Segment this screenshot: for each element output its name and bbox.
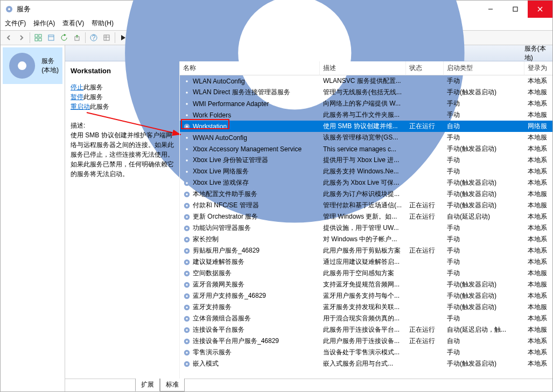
menu-action[interactable]: 操作(A): [33, 19, 55, 28]
service-logon-cell[interactable]: 本地服: [524, 87, 552, 98]
service-logon-cell[interactable]: 本地系: [524, 313, 552, 324]
service-name-cell[interactable]: Work Folders: [180, 109, 320, 121]
service-name-cell[interactable]: Xbox Accessory Management Service: [180, 143, 320, 155]
service-desc-cell[interactable]: 通过应用建议疑难解答启...: [320, 256, 406, 268]
service-name-cell[interactable]: 零售演示服务: [180, 347, 320, 358]
service-startup-cell[interactable]: 手动(触发器启动): [444, 302, 524, 313]
back-button[interactable]: [3, 32, 15, 44]
service-logon-cell[interactable]: 本地系: [524, 177, 552, 188]
service-startup-cell[interactable]: 手动(触发器启动): [444, 188, 524, 200]
service-desc-cell[interactable]: 当设备处于零售演示模式...: [320, 347, 406, 358]
service-startup-cell[interactable]: 手动: [444, 256, 524, 268]
service-startup-cell[interactable]: 手动: [444, 313, 524, 324]
service-desc-cell[interactable]: 管理付款和基于近场通信(...: [320, 200, 406, 211]
service-name-cell[interactable]: 剪贴板用户服务_46829: [180, 245, 320, 256]
tree-root-services[interactable]: 服务(本地): [3, 47, 62, 84]
service-name-cell[interactable]: 蓝牙用户支持服务_46829: [180, 290, 320, 302]
service-name-cell[interactable]: 连接设备平台服务: [180, 324, 320, 335]
service-startup-cell[interactable]: 自动: [444, 335, 524, 347]
service-status-cell[interactable]: [406, 98, 444, 109]
service-status-cell[interactable]: [406, 109, 444, 121]
menu-file[interactable]: 文件(F): [5, 19, 26, 28]
service-logon-cell[interactable]: 本地系: [524, 155, 552, 166]
service-desc-cell[interactable]: 此服务为订户标识模块提...: [320, 188, 406, 200]
service-desc-cell[interactable]: 对 Windows 中的子帐户...: [320, 234, 406, 245]
service-desc-cell[interactable]: 此服务将与工作文件夹服...: [320, 109, 406, 121]
stop-link[interactable]: 停止: [71, 83, 83, 91]
col-name[interactable]: 名称: [180, 61, 320, 75]
service-desc-cell[interactable]: 提供设施，用于管理 UW...: [320, 222, 406, 234]
service-desc-cell[interactable]: 嵌入式服务启用与台式...: [320, 358, 406, 369]
service-list[interactable]: 名称 描述 状态 启动类型 登录为 WLAN AutoConfigWLANSVC…: [179, 61, 552, 379]
tab-standard[interactable]: 标准: [160, 379, 185, 391]
service-name-cell[interactable]: Xbox Live 网络服务: [180, 166, 320, 177]
service-name-cell[interactable]: Xbox Live 身份验证管理器: [180, 155, 320, 166]
service-startup-cell[interactable]: 手动(触发器启动): [444, 290, 524, 302]
service-status-cell[interactable]: [406, 143, 444, 155]
service-name-cell[interactable]: 蓝牙音频网关服务: [180, 279, 320, 290]
service-logon-cell[interactable]: 本地系: [524, 98, 552, 109]
service-desc-cell[interactable]: 此服务支持 Windows.Ne...: [320, 166, 406, 177]
service-logon-cell[interactable]: 本地服: [524, 188, 552, 200]
service-status-cell[interactable]: [406, 75, 444, 87]
service-status-cell[interactable]: [406, 188, 444, 200]
service-startup-cell[interactable]: 手动(触发器启动): [444, 200, 524, 211]
service-logon-cell[interactable]: 本地服: [524, 132, 552, 143]
service-name-cell[interactable]: 立体音频组合器服务: [180, 313, 320, 324]
service-logon-cell[interactable]: 本地系: [524, 290, 552, 302]
service-logon-cell[interactable]: 本地系: [524, 143, 552, 155]
col-logon[interactable]: 登录为: [524, 61, 552, 75]
service-startup-cell[interactable]: 自动(延迟启动，触...: [444, 324, 524, 335]
service-name-cell[interactable]: 本地配置文件助手服务: [180, 188, 320, 200]
service-status-cell[interactable]: [406, 268, 444, 279]
service-startup-cell[interactable]: 自动(延迟启动): [444, 211, 524, 222]
service-status-cell[interactable]: [406, 279, 444, 290]
service-status-cell[interactable]: [406, 302, 444, 313]
service-status-cell[interactable]: [406, 347, 444, 358]
service-status-cell[interactable]: [406, 87, 444, 98]
service-logon-cell[interactable]: 本地系: [524, 347, 552, 358]
restart-link[interactable]: 重启动: [71, 103, 90, 110]
service-startup-cell[interactable]: 手动(触发器启动): [444, 143, 524, 155]
service-status-cell[interactable]: [406, 234, 444, 245]
col-description[interactable]: 描述: [320, 61, 406, 75]
service-startup-cell[interactable]: 手动: [444, 109, 524, 121]
service-desc-cell[interactable]: 提供用于与 Xbox Live 进...: [320, 155, 406, 166]
service-status-cell[interactable]: 正在运行: [406, 245, 444, 256]
service-logon-cell[interactable]: 本地系: [524, 256, 552, 268]
service-logon-cell[interactable]: 本地系: [524, 335, 552, 347]
grid-button[interactable]: [32, 32, 44, 44]
service-name-cell[interactable]: WWAN AutoConfig: [180, 132, 320, 143]
service-name-cell[interactable]: 付款和 NFC/SE 管理器: [180, 200, 320, 211]
service-desc-cell[interactable]: 此用户服务用于剪贴板方案: [320, 245, 406, 256]
service-name-cell[interactable]: 建议疑难解答服务: [180, 256, 320, 268]
service-desc-cell[interactable]: 该服务管理移动宽带(GS...: [320, 132, 406, 143]
service-desc-cell[interactable]: 向网络上的客户端提供 W...: [320, 98, 406, 109]
service-logon-cell[interactable]: 本地系: [524, 358, 552, 369]
service-startup-cell[interactable]: 手动: [444, 234, 524, 245]
service-startup-cell[interactable]: 自动: [444, 121, 524, 132]
service-status-cell[interactable]: 正在运行: [406, 324, 444, 335]
service-status-cell[interactable]: 正在运行: [406, 211, 444, 222]
service-desc-cell[interactable]: WLANSVC 服务提供配置...: [320, 75, 406, 87]
service-desc-cell[interactable]: 用于混合现实音频仿真的...: [320, 313, 406, 324]
service-startup-cell[interactable]: 手动: [444, 245, 524, 256]
service-desc-cell[interactable]: 管理 Windows 更新。如...: [320, 211, 406, 222]
service-logon-cell[interactable]: 本地服: [524, 279, 552, 290]
col-startup[interactable]: 启动类型: [444, 61, 524, 75]
service-status-cell[interactable]: [406, 166, 444, 177]
service-name-cell[interactable]: 嵌入模式: [180, 358, 320, 369]
col-status[interactable]: 状态: [406, 61, 444, 75]
service-startup-cell[interactable]: 手动(触发器启动): [444, 358, 524, 369]
service-status-cell[interactable]: [406, 256, 444, 268]
service-status-cell[interactable]: 正在运行: [406, 121, 444, 132]
service-startup-cell[interactable]: 手动: [444, 155, 524, 166]
service-logon-cell[interactable]: 本地系: [524, 211, 552, 222]
service-desc-cell[interactable]: 使用 SMB 协议创建并维...: [320, 121, 406, 132]
service-logon-cell[interactable]: 本地系: [524, 234, 552, 245]
service-startup-cell[interactable]: 手动: [444, 98, 524, 109]
service-name-cell[interactable]: 空间数据服务: [180, 268, 320, 279]
service-status-cell[interactable]: [406, 222, 444, 234]
service-logon-cell[interactable]: 本地服: [524, 302, 552, 313]
service-logon-cell[interactable]: 本地服: [524, 109, 552, 121]
